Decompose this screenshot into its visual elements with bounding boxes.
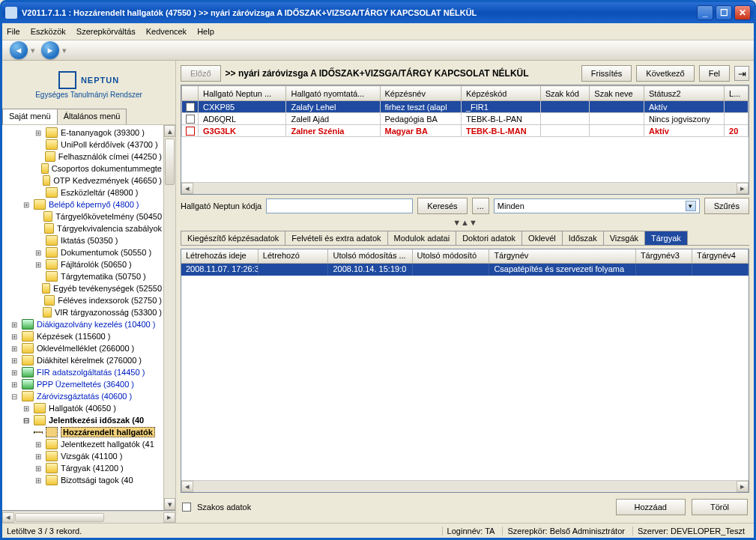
refresh-button[interactable]: Frissítés: [581, 65, 632, 82]
tree-item[interactable]: ⊞Hallgatók (40650 ): [2, 402, 175, 414]
tree-item[interactable]: ⊞PPP Üzemeltetés (36400 ): [2, 378, 175, 390]
add-button[interactable]: Hozzáad: [616, 499, 686, 515]
grid-col-header[interactable]: Szak neve: [590, 86, 644, 101]
grid-col-header[interactable]: Hallgató Neptun ...: [199, 86, 286, 101]
next-button[interactable]: Következő: [636, 65, 694, 82]
pin-button[interactable]: ⇥: [734, 66, 749, 81]
szakos-checkbox[interactable]: [182, 503, 191, 512]
menu-tree[interactable]: ▴ ▾ ⊞E-tananyagok (39300 )UniPoll kérdőí…: [2, 125, 175, 511]
detail-col-header[interactable]: Létrehozás ideje: [181, 249, 258, 263]
tree-item[interactable]: ⊞Bizottsági tagok (40: [2, 474, 175, 486]
apply-filter-button[interactable]: Szűrés: [704, 198, 749, 214]
tree-scrollbar[interactable]: ▴ ▾: [163, 125, 175, 510]
tree-item[interactable]: Iktatás (50350 ): [2, 234, 175, 246]
tree-item[interactable]: VIR tárgyazonosság (53300 ): [2, 306, 175, 318]
detail-tab[interactable]: Oklevél: [521, 231, 563, 245]
maximize-button[interactable]: ☐: [716, 5, 732, 20]
tree-item[interactable]: Eszközleltár (48900 ): [2, 186, 175, 198]
detail-tab[interactable]: Tárgyak: [644, 231, 688, 245]
tree-item[interactable]: Féléves indexsorok (52750 ): [2, 294, 175, 306]
detail-tab[interactable]: Kiegészítő képzésadatok: [181, 231, 285, 245]
filter-label: Hallgató Neptun kódja: [181, 201, 261, 210]
nav-back-menu[interactable]: ▾: [31, 46, 35, 55]
nav-forward-menu[interactable]: ▾: [62, 46, 67, 55]
detail-tabs: Kiegészítő képzésadatokFelvételi és extr…: [181, 231, 749, 246]
detail-col-header[interactable]: Utolsó módosítás ...: [328, 249, 412, 263]
tab-own-menu[interactable]: Saját menü: [2, 109, 58, 124]
grid-row[interactable]: AD6QRLZalell AjádPedagógia BATEBK-B-L-PA…: [182, 113, 749, 125]
close-button[interactable]: ✕: [734, 5, 751, 20]
grid-col-header[interactable]: Státusz2: [644, 86, 724, 101]
detail-tab[interactable]: Időszak: [562, 231, 604, 245]
tree-item[interactable]: ⊞Diákigazolvány kezelés (10400 ): [2, 318, 175, 330]
grid-col-header[interactable]: Képzéskód: [461, 86, 540, 101]
tree-item[interactable]: Tárgyekvivalencia szabályok: [2, 222, 175, 234]
detail-cell[interactable]: 2008.10.14. 15:19:0: [328, 264, 412, 276]
browse-button[interactable]: ...: [472, 198, 489, 214]
grid-col-header[interactable]: Szak kód: [540, 86, 590, 101]
chevron-down-icon: ▾: [686, 201, 696, 211]
tree-item[interactable]: ⊞Jelentkezett hallgatók (41: [2, 438, 175, 450]
tree-item[interactable]: ⊞E-tananyagok (39300 ): [2, 127, 175, 139]
grid-hscroll[interactable]: ◂▸: [181, 182, 749, 194]
detail-col-header[interactable]: Tárgynév: [489, 249, 635, 263]
detail-cell[interactable]: [692, 264, 749, 276]
tree-item[interactable]: ⊞FIR adatszolgáltatás (14450 ): [2, 366, 175, 378]
grid-row[interactable]: G3G3LKZalner SzéniaMagyar BATEBK-B-L-MAN…: [182, 125, 749, 137]
tree-item[interactable]: Egyéb tevékenységek (52550: [2, 282, 175, 294]
tree-item[interactable]: ⊞Belépő képernyő (4800 ): [2, 198, 175, 210]
tree-item[interactable]: Hozzárendelt hallgatók: [2, 426, 175, 438]
detail-cell[interactable]: [636, 264, 692, 276]
up-button[interactable]: Fel: [699, 65, 730, 82]
nav-forward-button[interactable]: ►: [41, 41, 59, 59]
grid-col-header[interactable]: [182, 86, 199, 101]
detail-col-header[interactable]: Létrehozó: [258, 249, 329, 263]
tree-item[interactable]: ⊞Diákhitel kérelmek (276000 ): [2, 354, 175, 366]
tree-item[interactable]: UniPoll kérdőívek (43700 ): [2, 139, 175, 151]
tree-item[interactable]: Felhasználók címei (44250 ): [2, 151, 175, 163]
menu-file[interactable]: File: [7, 27, 20, 36]
delete-button[interactable]: Töröl: [692, 499, 748, 515]
minimize-button[interactable]: _: [697, 5, 713, 20]
detail-cell[interactable]: [258, 264, 329, 276]
prev-button[interactable]: Előző: [181, 65, 221, 82]
grid-col-header[interactable]: Hallgató nyomtatá...: [286, 86, 380, 101]
tree-item[interactable]: Csoportos dokumentummegte: [2, 163, 175, 175]
tree-item[interactable]: ⊟Záróvizsgáztatás (40600 ): [2, 390, 175, 402]
tree-item[interactable]: Tárgyelőkövetelmény (50450: [2, 210, 175, 222]
tree-item[interactable]: ⊞Oklevélmelléklet (266000 ): [2, 342, 175, 354]
detail-col-header[interactable]: Tárgynév3: [636, 249, 692, 263]
detail-cell[interactable]: [413, 264, 490, 276]
tab-general-menu[interactable]: Általános menü: [57, 109, 127, 124]
detail-cell[interactable]: Csapatépítés és szervezeti folyama: [489, 264, 635, 276]
search-button[interactable]: Keresés: [417, 198, 467, 214]
detail-tab[interactable]: Vizsgák: [603, 231, 645, 245]
detail-tab[interactable]: Modulok adatai: [387, 231, 457, 245]
detail-col-header[interactable]: Tárgynév4: [692, 249, 749, 263]
grid-col-header[interactable]: L...: [725, 86, 749, 101]
menu-role-switch[interactable]: Szerepkörváltás: [76, 27, 136, 36]
detail-hscroll[interactable]: ◂▸: [181, 480, 749, 492]
tree-item[interactable]: Tárgytematika (50750 ): [2, 270, 175, 282]
tree-item[interactable]: ⊞Képzések (115600 ): [2, 330, 175, 342]
menu-favorites[interactable]: Kedvencek: [146, 27, 187, 36]
tree-item[interactable]: ⊞Tárgyak (41200 ): [2, 462, 175, 474]
detail-cell[interactable]: 2008.11.07. 17:26:3: [181, 264, 258, 276]
grid-row[interactable]: CXKP85Zalafy Lehelfirhez teszt (alapl_FI…: [182, 101, 749, 113]
detail-tab[interactable]: Doktori adatok: [456, 231, 522, 245]
filter-dropdown[interactable]: Minden ▾: [494, 198, 700, 213]
detail-tab[interactable]: Felvételi és extra adatok: [285, 231, 387, 245]
splitter[interactable]: ▼▲▼: [181, 217, 749, 228]
tree-item[interactable]: ⊟Jelentkezési időszak (40: [2, 414, 175, 426]
tree-item[interactable]: OTP Kedvezmények (46650 ): [2, 175, 175, 186]
detail-col-header[interactable]: Utolsó módosító: [413, 249, 490, 263]
tree-item[interactable]: ⊞Fájltárolók (50650 ): [2, 258, 175, 270]
tree-item[interactable]: ⊞Vizsgák (41100 ): [2, 450, 175, 462]
menu-tools[interactable]: Eszközök: [31, 27, 66, 36]
nav-back-button[interactable]: ◄: [10, 41, 28, 59]
tree-item[interactable]: ⊞Dokumentumok (50550 ): [2, 246, 175, 258]
tree-hscroll[interactable]: ◂▸: [2, 511, 175, 523]
grid-col-header[interactable]: Képzésnév: [380, 86, 461, 101]
menu-help[interactable]: Help: [197, 27, 214, 36]
filter-input[interactable]: [266, 198, 413, 213]
